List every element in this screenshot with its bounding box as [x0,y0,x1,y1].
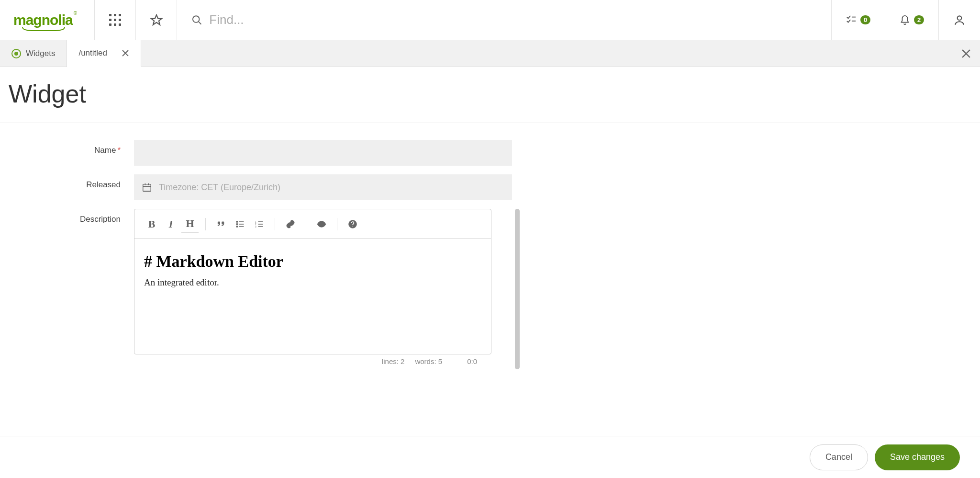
md-ol-button[interactable]: 1 2 3 [251,216,268,233]
field-row-released: Released Timezone: CET (Europe/Zurich) [0,174,980,200]
apps-grid-icon [109,14,121,26]
svg-text:3: 3 [255,225,256,228]
search-bar[interactable] [177,0,832,40]
svg-point-17 [236,221,238,222]
tab-sub-untitled[interactable]: /untitled [67,40,141,67]
app-header: magnolia® 0 2 [0,0,980,40]
released-placeholder: Timezone: CET (Europe/Zurich) [159,182,280,193]
unordered-list-icon [235,219,245,229]
svg-line-2 [199,21,201,24]
tab-sub-label: /untitled [78,48,107,58]
page-title-section: Widget [0,67,980,123]
tab-close-button[interactable] [122,49,129,57]
svg-point-19 [236,223,238,225]
tabbar-close-button[interactable] [962,49,970,58]
label-description: Description [0,209,134,224]
svg-marker-0 [151,15,162,25]
md-ul-button[interactable] [232,216,249,233]
name-input[interactable] [134,140,512,166]
form-footer: Cancel Save changes [0,436,980,478]
field-row-description: Description B I H [0,209,980,365]
md-bold-button[interactable]: B [143,216,160,233]
tasks-badge: 0 [860,15,870,24]
tab-bar: Widgets /untitled [0,40,980,67]
markdown-toolbar: B I H [134,209,491,239]
label-name: Name* [0,140,134,155]
tab-app-widgets[interactable]: Widgets [0,40,67,67]
ordered-list-icon: 1 2 3 [255,219,264,229]
quote-icon [216,219,226,229]
markdown-status-bar: lines: 2 words: 5 0:0 [134,357,491,365]
markdown-content[interactable]: # Markdown Editor An integrated editor. [134,239,491,354]
page-title: Widget [9,80,971,108]
svg-point-21 [236,226,238,227]
field-row-name: Name* [0,140,980,166]
form-area: Name* Released Timezone: CET (Europe/Zur… [0,123,980,391]
tasks-icon [846,15,857,25]
md-heading-button[interactable]: H [181,216,199,233]
brand-name: magnolia® [13,12,76,28]
status-dot-icon [11,49,21,58]
user-menu-button[interactable] [939,0,980,40]
search-input[interactable] [209,12,831,27]
bell-icon [900,15,910,25]
user-icon [953,14,966,26]
markdown-editor: B I H [134,209,491,354]
notifications-button[interactable]: 2 [885,0,939,40]
md-paragraph-line: An integrated editor. [144,277,481,288]
favorites-button[interactable] [136,0,177,40]
editor-scrollbar-thumb[interactable] [515,209,520,369]
md-help-button[interactable] [344,216,361,233]
editor-scrollbar[interactable] [515,209,520,369]
calendar-icon [142,182,152,193]
label-released: Released [0,174,134,190]
md-italic-button[interactable]: I [162,216,179,233]
app-launcher-button[interactable] [95,0,136,40]
link-icon [286,219,295,229]
md-preview-button[interactable] [313,216,330,233]
svg-rect-10 [143,184,151,192]
cancel-button[interactable]: Cancel [810,444,868,470]
help-icon [348,219,357,229]
eye-icon [317,219,326,229]
md-quote-button[interactable] [212,216,230,233]
tab-app-label: Widgets [26,49,55,58]
tasks-button[interactable]: 0 [832,0,885,40]
notifications-badge: 2 [914,15,924,24]
search-icon [191,14,202,26]
svg-point-1 [193,16,200,23]
save-button[interactable]: Save changes [875,444,960,470]
svg-point-31 [352,226,353,227]
brand-logo[interactable]: magnolia® [0,0,95,40]
md-heading-line: # Markdown Editor [144,252,481,271]
md-link-button[interactable] [282,216,299,233]
svg-point-5 [958,16,962,20]
star-icon [150,14,163,26]
released-date-field[interactable]: Timezone: CET (Europe/Zurich) [134,174,512,200]
svg-point-29 [321,223,323,225]
